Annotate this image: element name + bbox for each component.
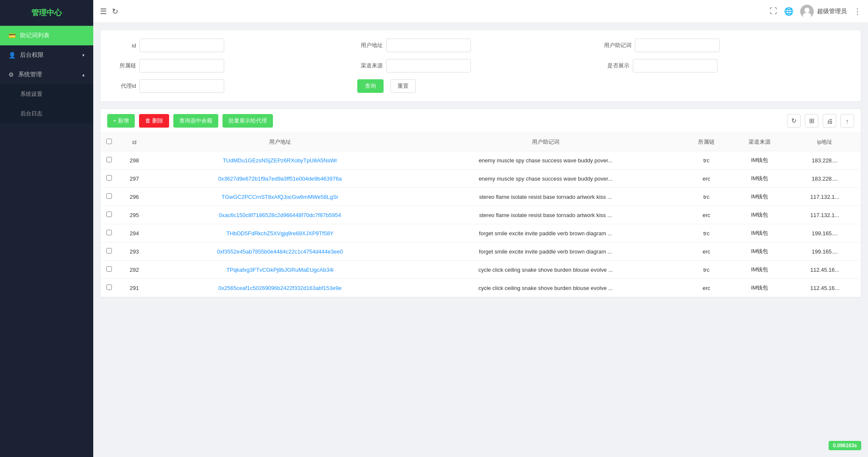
sidebar-item-system-settings[interactable]: 系统设置 [0, 84, 93, 104]
fullscreen-icon[interactable]: ⛶ [770, 7, 777, 16]
col-chain: 所属链 [682, 133, 730, 151]
cell-chain: trc [682, 224, 730, 242]
row-select-checkbox[interactable] [106, 230, 112, 235]
mnemonic-input[interactable] [635, 39, 720, 52]
agent-input[interactable] [139, 79, 224, 93]
row-select-checkbox[interactable] [106, 193, 112, 199]
address-input[interactable] [386, 39, 471, 52]
performance-badge: 0.096163s [829, 441, 861, 450]
cell-channel: IM钱包 [730, 242, 789, 261]
row-checkbox [100, 188, 117, 206]
row-checkbox [100, 242, 117, 261]
column-settings-button[interactable]: ⊞ [805, 114, 818, 128]
table-row: 293 0xf3552e45ab7855b0e4484c22c1c4754d44… [100, 242, 861, 261]
sidebar-item-label: 助记词列表 [20, 32, 50, 39]
table-header: id 用户地址 用户助记词 所属链 渠道来源 ip地址 [100, 133, 861, 151]
select-all-checkbox[interactable] [106, 139, 112, 144]
cell-id: 297 [117, 170, 151, 188]
print-button[interactable]: 🖨 [823, 114, 836, 128]
menu-icon[interactable]: ☰ [100, 7, 107, 16]
user-menu[interactable]: 超级管理员 [800, 5, 847, 18]
cell-id: 298 [117, 151, 151, 170]
cell-address[interactable]: 0xac6c150c8f7186528c2d966448f70dc7f87b59… [151, 206, 409, 224]
table-row: 292 TPqkafxg3FTvCGkPj8bJGRuMaEUgcAb34i c… [100, 261, 861, 279]
cell-ip: 117.132.1... [789, 206, 861, 224]
table-row: 298 TUdMDu1GEzsNSjZEPz6RXobyTpU8A5NsWr e… [100, 151, 861, 170]
add-button[interactable]: + 新增 [107, 114, 135, 128]
cell-ip: 183.228.... [789, 151, 861, 170]
sidebar-item-mnemonic-list[interactable]: 💳 助记词列表 [0, 26, 93, 45]
cell-address[interactable]: 0xf3552e45ab7855b0e4484c22c1c4754d444e3e… [151, 242, 409, 261]
header-right: ⛶ 🌐 超级管理员 ⋮ [770, 5, 861, 18]
cell-channel: IM钱包 [730, 151, 789, 170]
cell-address[interactable]: THbDD5FdRkchZ5XVgjq9re68XJXP9Tf58Y [151, 224, 409, 242]
sidebar-item-label: 系统设置 [20, 90, 42, 98]
row-checkbox [100, 279, 117, 297]
search-button[interactable]: 查询 [357, 79, 384, 93]
row-checkbox [100, 170, 117, 188]
globe-icon[interactable]: 🌐 [784, 7, 793, 16]
more-icon[interactable]: ⋮ [854, 7, 861, 16]
cell-address[interactable]: TGwGC2PCCrnST8xAfQJocGw6mMWe58LgSr [151, 188, 409, 206]
cell-chain: trc [682, 151, 730, 170]
row-checkbox [100, 261, 117, 279]
sidebar: 管理中心 💳 助记词列表 👤 后台权限 ▾ ⚙ 系统管理 ▴ 系统设置 后台日志 [0, 0, 93, 457]
filter-item-mnemonic: 用户助记词 [604, 39, 851, 52]
reset-button[interactable]: 重置 [390, 79, 416, 93]
cell-address[interactable]: TPqkafxg3FTvCGkPj8bJGRuMaEUgcAb34i [151, 261, 409, 279]
row-select-checkbox[interactable] [106, 266, 112, 272]
row-select-checkbox[interactable] [106, 175, 112, 181]
export-button[interactable]: ↑ [840, 114, 854, 128]
filter-row-1: id 用户地址 用户助记词 [111, 39, 851, 52]
cell-ip: 183.228.... [789, 170, 861, 188]
filter-row-3: 代理id 查询 重置 [111, 79, 851, 93]
row-select-checkbox[interactable] [106, 248, 112, 254]
filter-item-address: 用户地址 [357, 39, 604, 52]
channel-label: 渠道来源 [357, 62, 383, 70]
batch-show-button[interactable]: 批量展示给代理 [223, 114, 273, 128]
chain-input[interactable] [139, 59, 224, 72]
row-select-checkbox[interactable] [106, 212, 112, 217]
sidebar-item-system-mgmt[interactable]: ⚙ 系统管理 ▴ [0, 65, 93, 84]
cell-channel: IM钱包 [730, 206, 789, 224]
channel-input[interactable] [386, 59, 471, 72]
header-left: ☰ ↻ [100, 7, 765, 16]
row-checkbox [100, 206, 117, 224]
row-select-checkbox[interactable] [106, 284, 112, 290]
row-select-checkbox[interactable] [106, 157, 112, 162]
table-row: 295 0xac6c150c8f7186528c2d966448f70dc7f8… [100, 206, 861, 224]
id-label: id [111, 42, 136, 49]
table-row: 294 THbDD5FdRkchZ5XVgjq9re68XJXP9Tf58Y f… [100, 224, 861, 242]
sidebar-item-backend-log[interactable]: 后台日志 [0, 104, 93, 123]
header-checkbox-col [100, 133, 117, 151]
username-label: 超级管理员 [817, 8, 847, 15]
cell-mnemonic: stereo flame isolate resist base tornado… [409, 206, 682, 224]
cell-address[interactable]: 0x3627d9e672b1f9a7ed9a3ff51e004de9b46397… [151, 170, 409, 188]
row-checkbox [100, 151, 117, 170]
id-input[interactable] [139, 39, 224, 52]
sidebar-item-backend-perms[interactable]: 👤 后台权限 ▾ [0, 45, 93, 65]
col-id: id [117, 133, 151, 151]
cell-chain: erc [682, 279, 730, 297]
cell-mnemonic: cycle click ceiling snake shove burden b… [409, 279, 682, 297]
cell-id: 294 [117, 224, 151, 242]
filter-item-chain: 所属链 [111, 59, 357, 72]
query-balance-button[interactable]: 查询选中余额 [173, 114, 218, 128]
col-ip: ip地址 [789, 133, 861, 151]
cell-chain: erc [682, 170, 730, 188]
agent-label: 代理id [111, 82, 136, 90]
refresh-table-button[interactable]: ↻ [787, 114, 801, 128]
main-content: ☰ ↻ ⛶ 🌐 超级管理员 ⋮ [93, 0, 868, 457]
cell-ip: 117.132.1... [789, 188, 861, 206]
show-label: 是否展示 [604, 62, 629, 70]
cell-address[interactable]: 0x2565ceaf1c50269096b2422f332d163abf153e… [151, 279, 409, 297]
delete-button[interactable]: 🗑 删除 [139, 114, 169, 128]
cell-mnemonic: cycle click ceiling snake shove burden b… [409, 261, 682, 279]
row-checkbox [100, 224, 117, 242]
show-input[interactable] [633, 59, 718, 72]
cell-channel: IM钱包 [730, 261, 789, 279]
refresh-icon[interactable]: ↻ [112, 7, 118, 16]
cell-address[interactable]: TUdMDu1GEzsNSjZEPz6RXobyTpU8A5NsWr [151, 151, 409, 170]
sidebar-item-label: 后台权限 [20, 51, 44, 59]
cell-id: 293 [117, 242, 151, 261]
